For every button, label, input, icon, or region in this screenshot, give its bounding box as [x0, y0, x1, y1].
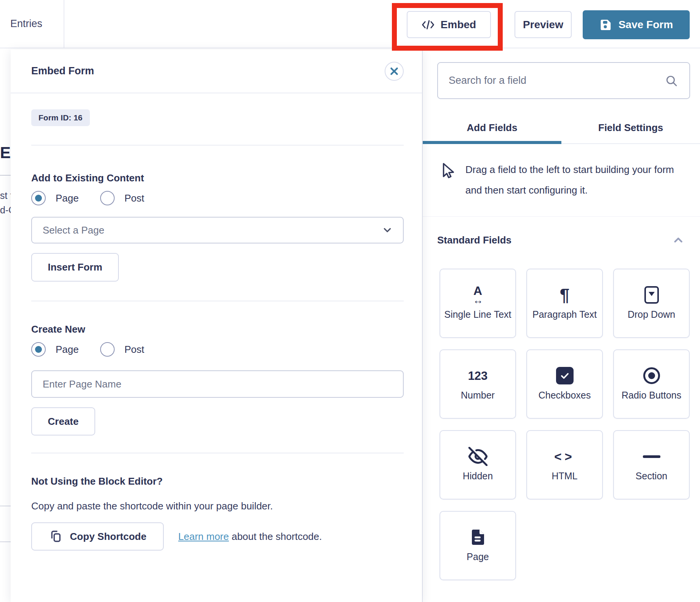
- page-radio-selected[interactable]: [31, 342, 46, 357]
- preview-button[interactable]: Preview: [515, 11, 572, 38]
- page-icon: [469, 512, 487, 551]
- learn-more-link[interactable]: Learn more: [178, 531, 229, 542]
- post-radio[interactable]: [100, 191, 115, 205]
- select-page-dropdown[interactable]: Select a Page: [31, 217, 404, 243]
- block-editor-heading: Not Using the Block Editor?: [31, 476, 404, 487]
- fields-tabs: Add Fields Field Settings: [423, 112, 700, 144]
- field-card-checkboxes[interactable]: Checkboxes: [526, 349, 603, 419]
- radio-dot: [35, 195, 42, 202]
- section-divider: [31, 301, 404, 301]
- insert-form-button[interactable]: Insert Form: [31, 253, 119, 282]
- close-button[interactable]: [385, 62, 404, 81]
- background-heading-fragment: Em: [0, 144, 11, 162]
- post-radio-label: Post: [125, 192, 144, 204]
- header-divider: [64, 0, 64, 48]
- field-card-drop-down[interactable]: Drop Down: [613, 269, 690, 338]
- field-card-paragraph-text[interactable]: ¶ Paragraph Text: [526, 269, 603, 338]
- post-radio-label: Post: [125, 344, 144, 355]
- create-button[interactable]: Create: [31, 407, 95, 435]
- radio-buttons-icon: [643, 350, 660, 390]
- field-search-box: [437, 62, 690, 99]
- code-icon: [422, 19, 435, 30]
- tab-add-fields[interactable]: Add Fields: [423, 112, 561, 143]
- field-card-single-line-text[interactable]: A↔ Single Line Text: [439, 269, 516, 338]
- background-divider: [0, 541, 11, 542]
- field-search-input[interactable]: [449, 75, 665, 86]
- checkboxes-icon: [556, 350, 574, 390]
- field-card-html[interactable]: <> HTML: [526, 430, 603, 500]
- background-text-fragment: st t: [0, 190, 11, 201]
- radio-dot: [35, 346, 42, 353]
- save-form-button[interactable]: Save Form: [583, 10, 690, 39]
- page-radio-label: Page: [56, 192, 79, 204]
- page-name-input[interactable]: [31, 370, 404, 398]
- field-card-radio-buttons[interactable]: Radio Buttons: [613, 349, 690, 419]
- embed-panel-header: Embed Form: [11, 50, 422, 93]
- drag-hint: Drag a field to the left to start buildi…: [423, 144, 700, 217]
- create-new-heading: Create New: [31, 323, 404, 335]
- post-radio[interactable]: [100, 342, 115, 357]
- embed-button[interactable]: Embed: [407, 11, 491, 38]
- field-card-number[interactable]: 123 Number: [439, 349, 516, 419]
- background-divider: [0, 175, 11, 176]
- number-icon: 123: [468, 350, 488, 390]
- fields-sidebar: Add Fields Field Settings Drag a field t…: [422, 48, 700, 602]
- close-icon: [389, 66, 399, 76]
- save-icon: [599, 19, 612, 31]
- background-text-fragment: d-C: [0, 205, 11, 216]
- page-radio-label: Page: [56, 344, 79, 355]
- page-radio-selected[interactable]: [31, 191, 46, 205]
- embed-form-panel: Embed Form Form ID: 16 Add to Existing C…: [11, 50, 422, 602]
- standard-fields-grid: A↔ Single Line Text ¶ Paragraph Text Dro…: [439, 269, 700, 580]
- section-divider: [31, 453, 404, 453]
- background-page-strip: Em st t d-C: [0, 48, 11, 602]
- chevron-down-icon: [382, 224, 393, 236]
- paragraph-text-icon: ¶: [560, 269, 570, 309]
- tab-field-settings[interactable]: Field Settings: [561, 112, 700, 143]
- field-card-section[interactable]: Section: [613, 430, 690, 500]
- top-toolbar: Entries Embed Preview Save Form: [0, 0, 700, 48]
- learn-more-text: Learn more about the shortcode.: [178, 531, 322, 543]
- existing-content-radio-group: Page Post: [31, 191, 404, 205]
- chevron-up-icon[interactable]: [672, 234, 685, 247]
- copy-shortcode-button[interactable]: Copy Shortcode: [31, 522, 164, 551]
- field-card-hidden[interactable]: Hidden: [439, 430, 516, 500]
- standard-fields-heading: Standard Fields: [437, 234, 511, 246]
- single-line-text-icon: A↔: [473, 269, 483, 309]
- entries-tab[interactable]: Entries: [10, 0, 42, 48]
- copy-icon: [49, 530, 62, 543]
- hidden-eye-off-icon: [468, 431, 487, 471]
- shortcode-description: Copy and paste the shortcode within your…: [31, 500, 404, 512]
- select-placeholder: Select a Page: [43, 224, 104, 236]
- background-divider: [0, 506, 11, 506]
- create-new-radio-group: Page Post: [31, 342, 404, 357]
- section-divider: [31, 145, 404, 146]
- drop-down-icon: [644, 269, 659, 309]
- cursor-arrow-icon: [440, 162, 456, 180]
- existing-content-heading: Add to Existing Content: [31, 172, 404, 184]
- panel-title: Embed Form: [31, 65, 94, 77]
- field-card-page[interactable]: Page: [439, 511, 516, 580]
- section-divider-icon: [643, 431, 660, 471]
- search-icon: [665, 74, 678, 87]
- html-icon: <>: [554, 431, 575, 471]
- form-id-badge: Form ID: 16: [31, 109, 90, 126]
- drag-hint-text: Drag a field to the left to start buildi…: [465, 159, 686, 200]
